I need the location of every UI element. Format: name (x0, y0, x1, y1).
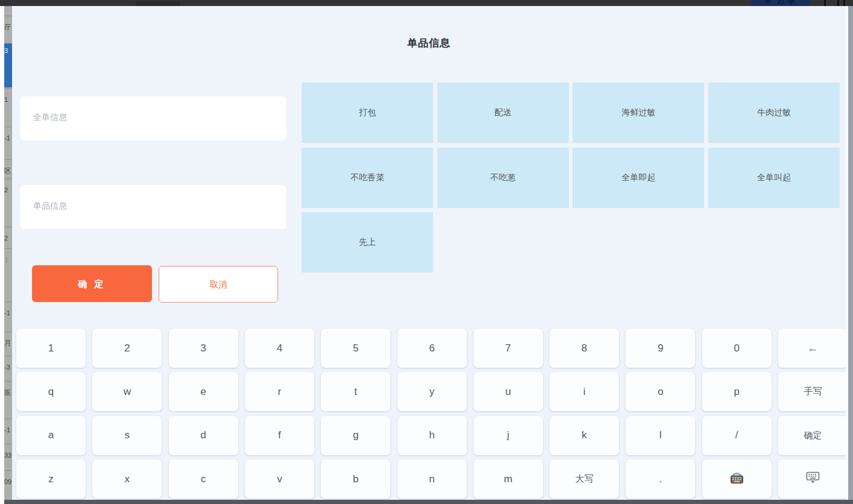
whole-order-remark-field (20, 96, 287, 140)
item-info-dialog: 单品信息 确 定 取消 打包配送海鲜过敏牛肉过敏不吃香菜不吃葱全单即起全单叫起先… (12, 6, 846, 500)
titlebar-mark (824, 0, 826, 6)
key-2[interactable]: 2 (92, 329, 162, 368)
key-5[interactable]: 5 (321, 329, 390, 368)
quick-tag-1[interactable]: 打包 (302, 83, 433, 143)
quick-tag-6[interactable]: 不吃葱 (437, 148, 569, 208)
quick-tag-2[interactable]: 配送 (437, 83, 569, 143)
sidebar-divider (4, 88, 12, 89)
sidebar-divider (4, 418, 12, 419)
background-table-item: 33 (4, 451, 12, 459)
item-remark-field (20, 185, 287, 229)
key-j[interactable]: j (474, 416, 543, 455)
key-q[interactable]: q (16, 372, 86, 411)
sidebar-divider (4, 356, 12, 356)
quick-tag-9[interactable]: 先上 (302, 212, 433, 272)
key-3[interactable]: 3 (169, 329, 238, 368)
key-x[interactable]: x (92, 459, 162, 499)
background-table-item: 月 (4, 339, 12, 347)
window-right-strip (848, 6, 853, 500)
whole-order-remark-input[interactable] (20, 96, 287, 140)
key-c[interactable]: c (169, 459, 238, 499)
item-remark-input[interactable] (20, 185, 287, 229)
key-n[interactable]: n (398, 459, 467, 499)
dialog-title: 单品信息 (12, 36, 846, 50)
background-table-item: -1 (4, 309, 12, 317)
keyboard-emoji-key[interactable] (702, 459, 772, 499)
quick-tag-3[interactable]: 海鲜过敏 (572, 83, 704, 143)
key-6[interactable]: 6 (398, 329, 467, 368)
quick-tag-5[interactable]: 不吃香菜 (302, 148, 433, 208)
key-f[interactable]: f (245, 416, 314, 455)
background-table-item: 3 (4, 256, 12, 264)
titlebar-mark (837, 0, 839, 6)
cancel-button[interactable]: 取消 (159, 266, 278, 303)
background-table-item: 2 (4, 186, 12, 194)
quick-tag-8[interactable]: 全单叫起 (708, 148, 840, 208)
key-9[interactable]: 9 (626, 329, 695, 368)
key-t[interactable]: t (321, 372, 390, 411)
key-m[interactable]: m (474, 459, 543, 499)
window-bottom-strip (4, 500, 853, 504)
sidebar-divider (4, 332, 12, 332)
share-button-label: 分享 (776, 0, 797, 5)
quick-tag-7[interactable]: 全单即起 (572, 148, 704, 208)
sidebar-divider (4, 248, 12, 249)
key-.[interactable]: . (626, 459, 695, 499)
key-v[interactable]: v (245, 459, 314, 499)
key-s[interactable]: s (92, 416, 162, 455)
background-table-item: -1 (4, 134, 12, 142)
key-7[interactable]: 7 (474, 329, 543, 368)
quick-tag-4[interactable]: 牛肉过敏 (708, 83, 840, 143)
sidebar-divider (4, 444, 12, 444)
key-4[interactable]: 4 (245, 329, 314, 368)
window-titlebar: ⊕ 分享 (0, 0, 853, 6)
background-table-item: -1 (4, 426, 12, 434)
key-p[interactable]: p (702, 372, 772, 411)
backspace-key[interactable]: ← (778, 329, 848, 368)
background-table-list-strip: 厅31-1区223-1月-3医-13309 (4, 6, 12, 500)
confirm-button[interactable]: 确 定 (32, 265, 152, 302)
key-d[interactable]: d (169, 416, 238, 455)
key-b[interactable]: b (321, 459, 390, 499)
titlebar-mark (843, 0, 845, 6)
key-k[interactable]: k (550, 416, 619, 455)
caps-key[interactable]: 大写 (550, 459, 619, 499)
sidebar-divider (4, 381, 12, 382)
key-h[interactable]: h (398, 416, 467, 455)
key-y[interactable]: y (398, 372, 467, 411)
globe-icon: ⊕ (764, 0, 773, 5)
background-table-item: 2 (4, 234, 12, 242)
key-w[interactable]: w (92, 372, 162, 411)
background-table-item: 区 (4, 166, 12, 175)
key-o[interactable]: o (626, 372, 695, 411)
key-l[interactable]: l (626, 416, 695, 455)
key-0[interactable]: 0 (702, 329, 772, 368)
key-u[interactable]: u (474, 372, 543, 411)
background-table-item: 3 (4, 43, 12, 87)
sidebar-divider (4, 16, 12, 16)
key-1[interactable]: 1 (16, 329, 86, 368)
sidebar-divider (4, 159, 12, 160)
background-table-item: 09 (4, 477, 12, 486)
sidebar-divider (4, 301, 12, 302)
key-z[interactable]: z (16, 459, 86, 499)
key-/[interactable]: / (702, 416, 772, 455)
sidebar-divider (4, 227, 12, 227)
background-table-item: 医 (4, 388, 12, 397)
sidebar-divider (4, 127, 12, 127)
background-table-item: 1 (4, 95, 12, 104)
key-8[interactable]: 8 (550, 329, 619, 368)
sidebar-divider (4, 470, 12, 471)
browser-tab-remnant (136, 1, 180, 6)
share-button[interactable]: ⊕ 分享 (751, 0, 810, 6)
hide-keyboard-key[interactable] (778, 459, 848, 499)
enter-key[interactable]: 确定 (778, 416, 848, 455)
handwriting-key[interactable]: 手写 (778, 372, 848, 411)
key-r[interactable]: r (245, 372, 314, 411)
sidebar-divider (4, 178, 12, 179)
key-g[interactable]: g (321, 416, 390, 455)
key-a[interactable]: a (16, 416, 86, 455)
key-e[interactable]: e (169, 372, 238, 411)
key-i[interactable]: i (550, 372, 619, 411)
screen: ⊕ 分享 厅31-1区223-1月-3医-13309 单品信息 确 定 取消 打… (0, 0, 853, 504)
